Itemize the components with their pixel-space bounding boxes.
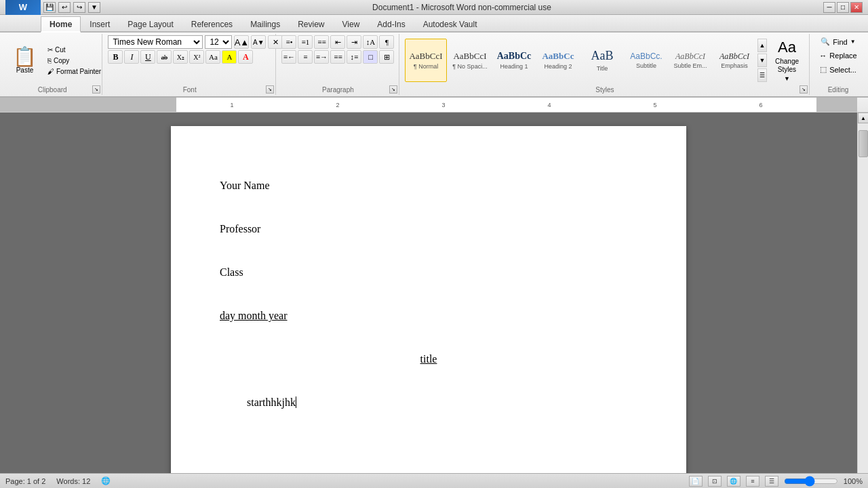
clipboard-expand-btn[interactable]: ↘ <box>92 85 100 94</box>
line-date[interactable]: day month year <box>220 305 637 327</box>
tab-autodesk[interactable]: Autodesk Vault <box>414 16 486 31</box>
bullet-list-btn[interactable]: ≡• <box>281 35 296 49</box>
style-heading2[interactable]: AaBbCc Heading 2 <box>537 39 579 82</box>
tab-addins[interactable]: Add-Ins <box>368 16 414 31</box>
styles-expand-btn[interactable]: ↘ <box>800 85 808 94</box>
styles-scroll-controls: ▲ ▼ ☰ <box>757 39 767 82</box>
styles-scroll-up[interactable]: ▲ <box>757 39 767 52</box>
font-expand-btn[interactable]: ↘ <box>266 85 274 94</box>
ruler-right-margin <box>816 98 857 112</box>
increase-indent-btn[interactable]: ⇥ <box>347 35 361 49</box>
tab-references[interactable]: References <box>182 16 241 31</box>
shrink-font-btn[interactable]: A▼ <box>251 35 266 49</box>
multilevel-list-btn[interactable]: ≡≡ <box>314 35 329 49</box>
font-color-button[interactable]: A <box>238 50 253 64</box>
underline-button[interactable]: U <box>140 50 155 64</box>
line-spacing-btn[interactable]: ↕≡ <box>347 50 361 64</box>
full-screen-btn[interactable]: ⊡ <box>708 476 722 487</box>
highlight-button[interactable]: A <box>222 50 237 64</box>
style-no-spacing[interactable]: AaBbCcI ¶ No Spaci... <box>449 39 491 82</box>
sort-btn[interactable]: ↕A <box>363 35 378 49</box>
draft-btn[interactable]: ☰ <box>765 476 778 487</box>
font-family-select[interactable]: Times New Roman <box>108 35 203 49</box>
italic-button[interactable]: I <box>124 50 139 64</box>
select-button[interactable]: ⬚ Select... <box>815 63 861 76</box>
clipboard-group: 📋 Paste ✂ Cut ⎘ Copy 🖌 Format Painter Cl… <box>3 34 102 95</box>
decrease-indent-btn[interactable]: ⇤ <box>330 35 345 49</box>
shading-btn[interactable]: □ <box>363 50 378 64</box>
style-subtle-emphasis[interactable]: AaBbCcI Subtle Em... <box>669 39 711 82</box>
undo-btn[interactable]: ↩ <box>58 2 71 13</box>
change-case-button[interactable]: Aa <box>205 50 220 64</box>
style-subtitle[interactable]: AaBbCc. Subtitle <box>625 39 667 82</box>
line-title[interactable]: title <box>220 348 637 370</box>
style-title[interactable]: AaB Title <box>581 39 623 82</box>
tab-view[interactable]: View <box>334 16 369 31</box>
find-dropdown-icon: ▼ <box>850 39 856 45</box>
line-professor[interactable]: Professor <box>220 218 637 240</box>
text-start: starthhkjhk <box>247 396 296 408</box>
paste-button[interactable]: 📋 Paste <box>7 45 43 76</box>
minimize-btn[interactable]: ─ <box>823 2 835 13</box>
dropdown-btn[interactable]: ▼ <box>88 2 100 13</box>
text-cursor <box>296 396 296 408</box>
vertical-scrollbar[interactable]: ▲ ▼ <box>857 113 868 488</box>
replace-button[interactable]: ↔ Replace <box>814 49 861 62</box>
zoom-slider[interactable] <box>784 477 838 485</box>
styles-more-btn[interactable]: ☰ <box>757 68 767 82</box>
style-heading1[interactable]: AaBbCc Heading 1 <box>493 39 535 82</box>
style-normal[interactable]: AaBbCcI ¶ Normal <box>405 39 447 82</box>
line-your-name[interactable]: Your Name <box>220 175 637 197</box>
line-class[interactable]: Class <box>220 262 637 283</box>
font-size-select[interactable]: 12 <box>205 35 232 49</box>
print-layout-btn[interactable]: 📄 <box>689 476 703 487</box>
superscript-button[interactable]: X² <box>189 50 204 64</box>
format-painter-button[interactable]: 🖌 Format Painter <box>44 66 104 77</box>
border-btn[interactable]: ⊞ <box>379 50 394 64</box>
scroll-thumb[interactable] <box>859 130 868 157</box>
close-btn[interactable]: ✕ <box>850 2 863 13</box>
change-styles-button[interactable]: Aa ChangeStyles ▼ <box>769 35 805 85</box>
style-emphasis[interactable]: AaBbCcI Emphasis <box>713 39 755 82</box>
document-wrapper[interactable]: Your Name Professor Class day month year <box>0 113 857 488</box>
justify-btn[interactable]: ≡≡ <box>330 50 345 64</box>
tab-review[interactable]: Review <box>289 16 333 31</box>
redo-btn[interactable]: ↪ <box>73 2 85 13</box>
tab-insert[interactable]: Insert <box>81 16 119 31</box>
copy-button[interactable]: ⎘ Copy <box>44 56 104 66</box>
maximize-btn[interactable]: □ <box>837 2 849 13</box>
scroll-track[interactable] <box>858 123 868 477</box>
align-left-btn[interactable]: ≡← <box>281 50 296 64</box>
document-page[interactable]: Your Name Professor Class day month year <box>171 126 686 488</box>
tab-mailings[interactable]: Mailings <box>241 16 289 31</box>
styles-scroll-down[interactable]: ▼ <box>757 54 767 67</box>
language-icon: 🌐 <box>101 476 111 485</box>
quick-save-btn[interactable]: 💾 <box>43 2 56 13</box>
show-marks-btn[interactable]: ¶ <box>379 35 394 49</box>
subscript-button[interactable]: X₂ <box>173 50 188 64</box>
line-start-text[interactable]: starthhkjhk <box>220 392 637 413</box>
bold-button[interactable]: B <box>108 50 123 64</box>
paste-label: Paste <box>16 66 34 74</box>
grow-font-btn[interactable]: A▲ <box>234 35 249 49</box>
strikethrough-button[interactable]: ab <box>157 50 172 64</box>
paragraph-expand-btn[interactable]: ↘ <box>389 85 397 94</box>
align-right-btn[interactable]: ≡→ <box>314 50 329 64</box>
text-title: title <box>420 353 437 365</box>
style-title-preview: AaB <box>591 49 613 64</box>
web-layout-btn[interactable]: 🌐 <box>727 476 741 487</box>
tab-home[interactable]: Home <box>41 16 81 33</box>
scroll-up-btn[interactable]: ▲ <box>858 113 868 123</box>
style-emphasis-label: Emphasis <box>721 62 748 69</box>
align-row: ≡← ≡ ≡→ ≡≡ ↕≡ □ ⊞ <box>281 50 394 64</box>
cut-button[interactable]: ✂ Cut <box>44 45 104 55</box>
outline-btn[interactable]: ≡ <box>746 476 760 487</box>
tab-page-layout[interactable]: Page Layout <box>119 16 182 31</box>
align-center-btn[interactable]: ≡ <box>298 50 313 64</box>
find-button[interactable]: 🔍 Find ▼ <box>816 35 860 48</box>
ruler-marks: 123456 <box>179 102 814 108</box>
word-count: Words: 12 <box>56 477 90 485</box>
change-styles-icon: Aa <box>778 39 796 56</box>
ruler-content: 123456 <box>176 98 816 112</box>
numbered-list-btn[interactable]: ≡1 <box>298 35 313 49</box>
